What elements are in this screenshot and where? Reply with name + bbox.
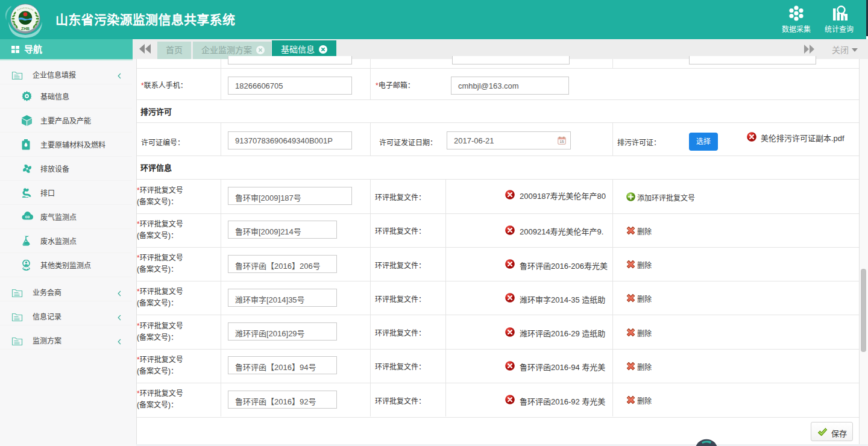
svg-text:co: co [25,215,30,219]
svg-text:15: 15 [560,139,564,143]
svg-text:ZHB: ZHB [21,27,30,31]
